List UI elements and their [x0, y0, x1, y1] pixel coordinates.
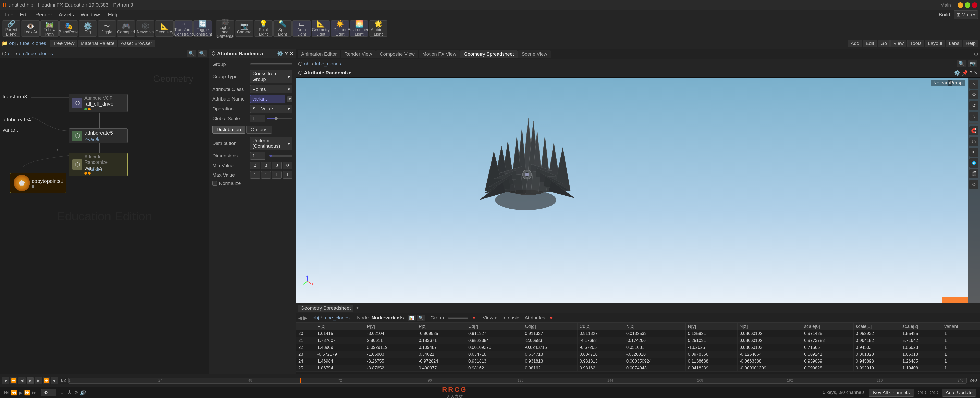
- col-pz[interactable]: P[z]: [417, 323, 466, 330]
- workspace-dropdown[interactable]: ⊞ Main ▾: [954, 10, 978, 19]
- min-val-0[interactable]: 0: [250, 162, 260, 169]
- point-light-btn[interactable]: 💡 Point Light: [254, 21, 272, 37]
- vp-btn-scale[interactable]: ⤡: [969, 112, 978, 121]
- play-btn[interactable]: ▶: [27, 377, 34, 384]
- asset-browser-btn[interactable]: Asset Browser: [118, 40, 155, 47]
- status-icon-3[interactable]: ▶: [19, 390, 22, 396]
- distribution-select[interactable]: Uniform (Continuous) ▾: [250, 137, 293, 150]
- normalize-checkbox[interactable]: [212, 181, 217, 186]
- look-at-btn[interactable]: 👁️ Look At: [21, 21, 40, 37]
- vp-btn-settings[interactable]: ⚙: [969, 180, 978, 189]
- attr-class-select[interactable]: Points ▾: [250, 85, 293, 93]
- ar-sub-help-icon[interactable]: ?: [969, 70, 972, 76]
- group-type-select[interactable]: Guess from Group ▾: [250, 70, 293, 83]
- options-tab[interactable]: Options: [246, 126, 272, 134]
- ar-sub-close-icon[interactable]: ✕: [974, 70, 978, 76]
- transform-constraint-btn[interactable]: ↔️ Transform Constraint: [174, 21, 192, 37]
- vp-btn-move[interactable]: ✥: [969, 90, 978, 100]
- path-tube-clones[interactable]: tube_clones: [20, 41, 46, 46]
- geo-tab[interactable]: Geometry Spreadsheet: [298, 305, 353, 312]
- vp-btn-snap[interactable]: 🧲: [969, 126, 978, 135]
- skip-end-btn[interactable]: ⏭: [51, 377, 58, 384]
- col-py[interactable]: P[y]: [365, 323, 417, 330]
- group-input[interactable]: [250, 63, 293, 65]
- frame-number-input[interactable]: 62: [41, 389, 56, 396]
- add-geo-tab-btn[interactable]: +: [356, 305, 359, 311]
- max-val-1[interactable]: 1: [261, 171, 271, 178]
- gamepad-btn[interactable]: 🎮 Gamepad: [117, 21, 135, 37]
- toggle-constraint-btn[interactable]: 🔄 Toggle Constraint: [193, 21, 212, 37]
- ambient-light-btn[interactable]: 🌟 Ambient Light: [369, 21, 387, 37]
- ar-sub-pin-icon[interactable]: 📌: [962, 70, 968, 76]
- key-all-channels-btn[interactable]: Key All Channels: [869, 388, 914, 397]
- realtime-icon[interactable]: ⏱: [67, 390, 72, 395]
- col-s0[interactable]: scale[0]: [802, 323, 854, 330]
- menu-assets[interactable]: Assets: [56, 11, 77, 19]
- build-menu[interactable]: Build: [935, 11, 953, 19]
- camera-btn[interactable]: 📷 Camera: [235, 21, 253, 37]
- vp-btn-render[interactable]: 🎬: [969, 169, 978, 178]
- min-val-3[interactable]: 0: [283, 162, 293, 169]
- path-obj[interactable]: obj: [9, 41, 16, 46]
- prev-frame-btn[interactable]: ◀: [18, 377, 25, 384]
- tab-geometry-spreadsheet[interactable]: Geometry Spreadsheet: [460, 50, 517, 58]
- follow-path-btn[interactable]: 🛤️ Follow Path: [40, 21, 59, 37]
- prev-key-btn[interactable]: ⏪: [10, 377, 18, 384]
- parent-blend-btn[interactable]: 🔗 Parent Blend: [2, 21, 21, 37]
- tools-menu[interactable]: Tools: [907, 40, 924, 47]
- vp-path-tube[interactable]: tube_clones: [315, 61, 341, 67]
- ne-zoom-in-btn[interactable]: 🔍: [187, 50, 196, 57]
- node-copytopoints[interactable]: ⬟ copytopoints1: [10, 173, 66, 193]
- col-s1[interactable]: scale[1]: [854, 323, 900, 330]
- view-menu[interactable]: View: [891, 40, 907, 47]
- vp-path-obj[interactable]: obj: [304, 61, 310, 67]
- min-val-2[interactable]: 0: [272, 162, 282, 169]
- labs-menu[interactable]: Labs: [946, 40, 962, 47]
- col-px[interactable]: P[x]: [315, 323, 365, 330]
- add-tab-btn[interactable]: +: [552, 51, 555, 57]
- attr-name-btn[interactable]: ▾: [287, 96, 293, 102]
- global-scale-input[interactable]: 1: [250, 115, 266, 123]
- rig-btn[interactable]: ⚙️ Rig: [79, 21, 97, 37]
- col-cdr[interactable]: Cd[r]: [466, 323, 523, 330]
- next-frame-btn[interactable]: ▶: [35, 377, 42, 384]
- environment-light-btn[interactable]: 🌅 Environment Light: [350, 21, 368, 37]
- timeline-track[interactable]: 1 24 48 72 96 120 144 168 192 216 240: [68, 377, 967, 384]
- min-val-1[interactable]: 0: [261, 162, 271, 169]
- add-menu[interactable]: Add: [848, 40, 862, 47]
- vp-toolbar-icon-1[interactable]: 🔍: [957, 60, 966, 67]
- vp-btn-visibility[interactable]: 👁: [969, 148, 978, 157]
- view-chevron-icon[interactable]: ▾: [495, 315, 496, 320]
- jiggle-btn[interactable]: 〜 Jiggle: [98, 21, 116, 37]
- node-attrib-vop[interactable]: ⬡ Attribute VOP fall_off_drive: [69, 94, 127, 112]
- distant-light-btn[interactable]: ☀️ Distant Light: [331, 21, 349, 37]
- close-btn[interactable]: [972, 2, 977, 8]
- attr-panel-gear-icon[interactable]: ⚙️: [277, 51, 283, 56]
- layout-menu[interactable]: Layout: [925, 40, 945, 47]
- geo-tube-clones-btn[interactable]: tube_clones: [324, 315, 350, 321]
- vp-btn-geo[interactable]: ⬡: [969, 137, 978, 146]
- operation-select[interactable]: Set Value ▾: [250, 105, 293, 113]
- geo-forward-btn[interactable]: ▶: [304, 315, 307, 321]
- tab-bar-settings-icon[interactable]: ⚙: [974, 51, 978, 57]
- status-icon-5[interactable]: ⏭: [32, 390, 37, 395]
- viewport-body[interactable]: Persp No cam X Y Z: [296, 78, 980, 302]
- status-icon-2[interactable]: ⏪: [11, 390, 17, 396]
- geo-obj-btn[interactable]: obj: [313, 315, 319, 321]
- col-nx[interactable]: N[x]: [624, 323, 686, 330]
- col-cdb[interactable]: Cd[b]: [577, 323, 624, 330]
- dimensions-input[interactable]: 1: [250, 152, 266, 160]
- col-ny[interactable]: N[y]: [686, 323, 737, 330]
- material-palette-btn[interactable]: Material Palette: [78, 40, 118, 47]
- scale-slider-handle[interactable]: [275, 117, 278, 120]
- skip-start-btn[interactable]: ⏮: [2, 377, 9, 384]
- max-val-2[interactable]: 1: [272, 171, 282, 178]
- geometry-light-btn[interactable]: 📐 Geometry Light: [312, 21, 330, 37]
- tab-composite-view[interactable]: Composite View: [376, 50, 418, 58]
- attr-panel-close-icon[interactable]: ✕: [290, 51, 293, 56]
- area-light-btn[interactable]: ▭ Area Light: [293, 21, 311, 37]
- max-val-0[interactable]: 1: [250, 171, 260, 178]
- dim-slider[interactable]: [269, 155, 293, 157]
- audio-icon[interactable]: 🔊: [80, 390, 86, 396]
- menu-edit[interactable]: Edit: [17, 11, 32, 19]
